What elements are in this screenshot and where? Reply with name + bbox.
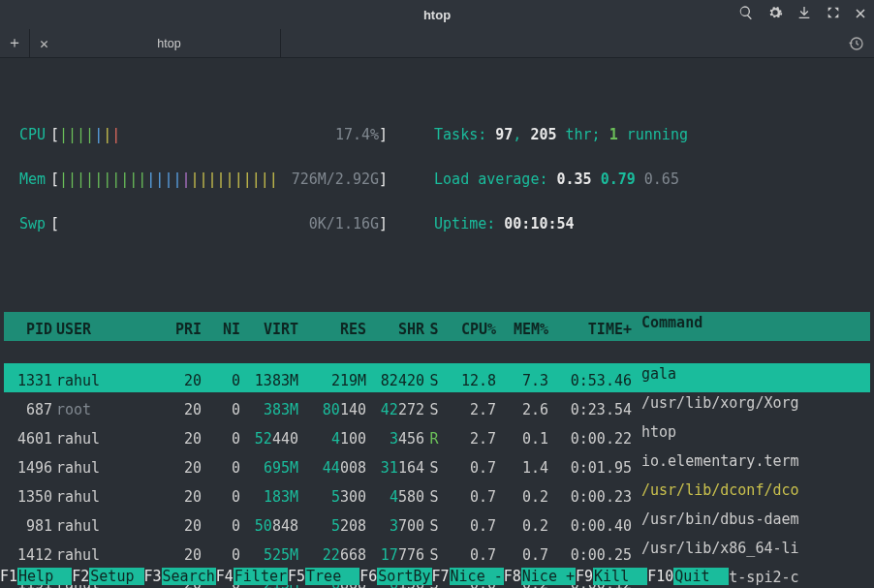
process-list[interactable]: 1331rahul2001383M219M82420S12.87.30:53.4… (4, 363, 870, 588)
col-cmd[interactable]: Command (636, 312, 820, 334)
threads-count: 205 (530, 126, 556, 143)
fkey-label[interactable]: Tree (305, 568, 359, 585)
window-titlebar: htop (0, 0, 874, 29)
cpu-meter-label: CPU (19, 124, 50, 146)
process-row[interactable]: 1350rahul200183M53004580S0.70.20:00.23/u… (4, 480, 870, 509)
fkey-label[interactable]: Help (17, 568, 72, 585)
tab-bar: ＋ ✕ htop (0, 29, 874, 58)
fkey-label[interactable]: Kill (593, 568, 647, 585)
cpu-meter-value: 17.4% (335, 126, 379, 143)
maximize-icon[interactable] (826, 5, 841, 24)
col-user[interactable]: USER (56, 319, 163, 341)
process-row[interactable]: 1331rahul2001383M219M82420S12.87.30:53.4… (4, 363, 870, 392)
tab-label: htop (157, 37, 180, 50)
col-pri[interactable]: PRI (163, 319, 202, 341)
col-virt[interactable]: VIRT (240, 319, 298, 341)
search-icon[interactable] (738, 5, 754, 24)
col-ni[interactable]: NI (202, 319, 240, 341)
col-res[interactable]: RES (298, 319, 366, 341)
tab-htop[interactable]: htop (58, 29, 281, 57)
terminal-output: CPU[|||||||17.4%]Tasks: 97, 205 thr; 1 r… (0, 58, 874, 588)
col-pid[interactable]: PID (4, 319, 56, 341)
close-tab-button[interactable]: ✕ (29, 29, 58, 57)
col-cpu[interactable]: CPU% (444, 319, 496, 341)
swp-meter-label: Swp (19, 213, 50, 235)
close-icon[interactable] (855, 6, 866, 23)
history-icon[interactable] (849, 36, 864, 55)
function-key-bar: F1Help F2Setup F3SearchF4FilterF5Tree F6… (0, 565, 874, 588)
process-row[interactable]: 1412rahul200525M2266817776S0.70.70:00.25… (4, 538, 870, 567)
fkey-label[interactable]: Search (162, 568, 216, 585)
fkey-label[interactable]: Nice + (521, 568, 576, 585)
download-icon[interactable] (796, 5, 812, 24)
col-s[interactable]: S (424, 319, 444, 341)
col-shr[interactable]: SHR (366, 319, 424, 341)
window-title: htop (423, 8, 451, 22)
process-row[interactable]: 981rahul2005084852083700S0.70.20:00.40/u… (4, 509, 870, 538)
col-time[interactable]: TIME+ (548, 319, 636, 341)
fkey-F6[interactable]: F6 (359, 568, 377, 585)
fkey-F7[interactable]: F7 (432, 568, 450, 585)
fkey-label[interactable]: Nice - (450, 568, 504, 585)
process-row[interactable]: 687root200383M8014042272S2.72.60:23.54/u… (4, 392, 870, 421)
col-mem[interactable]: MEM% (496, 319, 548, 341)
load-5: 0.79 (601, 170, 636, 188)
fkey-label[interactable]: Setup (89, 568, 143, 585)
new-tab-button[interactable]: ＋ (0, 29, 29, 57)
fkey-label[interactable]: Filter (234, 568, 288, 585)
fkey-F1[interactable]: F1 (0, 568, 17, 585)
fkey-label[interactable]: SortBy (377, 568, 431, 585)
mem-meter-label: Mem (19, 169, 50, 191)
load-15: 0.65 (644, 170, 679, 188)
uptime: 00:10:54 (504, 215, 574, 232)
fkey-F10[interactable]: F10 (647, 568, 673, 585)
fkey-F2[interactable]: F2 (72, 568, 89, 585)
load-1: 0.35 (557, 170, 592, 188)
swp-meter-value: 0K/1.16G (309, 215, 379, 232)
fkey-F8[interactable]: F8 (504, 568, 521, 585)
fkey-label[interactable]: Quit (673, 568, 728, 585)
fkey-F5[interactable]: F5 (288, 568, 305, 585)
process-header-row[interactable]: PIDUSERPRINIVIRTRESSHRSCPU%MEM%TIME+Comm… (4, 312, 870, 341)
fkey-F9[interactable]: F9 (576, 568, 593, 585)
fkey-F4[interactable]: F4 (216, 568, 234, 585)
process-row[interactable]: 1496rahul200695M4400831164S0.71.40:01.95… (4, 450, 870, 480)
mem-meter-value: 726M/2.92G (292, 170, 379, 188)
tasks-count: 97 (495, 126, 513, 143)
gear-icon[interactable] (767, 5, 783, 24)
process-row[interactable]: 4601rahul2005244041003456R2.70.10:00.22h… (4, 421, 870, 450)
running-count: 1 (609, 126, 618, 143)
fkey-F3[interactable]: F3 (144, 568, 162, 585)
